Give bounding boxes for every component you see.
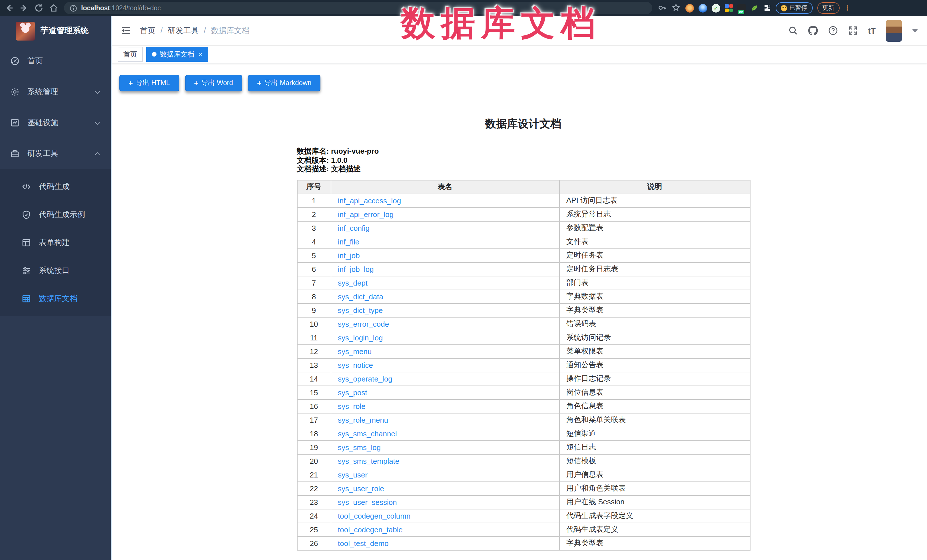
table-name-link[interactable]: sys_sms_channel: [338, 429, 397, 438]
monitor-icon: [10, 118, 20, 127]
chrome-update-button[interactable]: 更新: [817, 2, 839, 14]
forward-icon[interactable]: [20, 3, 29, 12]
export-html-button[interactable]: + 导出 HTML: [119, 75, 179, 91]
key-icon[interactable]: [658, 3, 667, 12]
row-number: 15: [297, 385, 331, 399]
sidebar-collapse-icon[interactable]: [121, 26, 131, 35]
table-name-link[interactable]: inf_api_access_log: [338, 196, 401, 205]
url-path: :1024/tool/db-doc: [110, 5, 161, 11]
table-name-link[interactable]: inf_config: [338, 224, 369, 232]
table-row: 22 sys_user_role 用户和角色关联表: [297, 481, 750, 495]
browser-menu-icon[interactable]: ⋮: [844, 5, 851, 11]
table-name-link[interactable]: sys_user: [338, 470, 368, 479]
extensions-puzzle-icon[interactable]: [763, 4, 771, 12]
url-text[interactable]: localhost:1024/tool/db-doc: [81, 5, 161, 11]
row-number: 16: [297, 399, 331, 413]
table-name-link[interactable]: sys_role_menu: [338, 416, 388, 424]
table-name-link[interactable]: sys_dept: [338, 278, 368, 287]
user-menu-caret-icon[interactable]: [912, 29, 918, 32]
extension-icon-on-switch[interactable]: on: [737, 4, 746, 12]
table-name-link[interactable]: sys_login_log: [338, 333, 383, 342]
table-name-link[interactable]: inf_file: [338, 237, 359, 246]
table-name-link[interactable]: sys_user_session: [338, 498, 397, 506]
tables-index-table: 序号 表名 说明 1 inf_api_access_log: [297, 180, 750, 550]
table-name-link[interactable]: sys_sms_template: [338, 457, 399, 465]
table-name-link[interactable]: sys_post: [338, 388, 367, 397]
sidebar-item-home[interactable]: 首页: [0, 46, 111, 76]
sidebar-item-db-doc[interactable]: 数据库文档: [0, 284, 111, 313]
table-name-link[interactable]: sys_menu: [338, 347, 372, 355]
col-header-no: 序号: [297, 180, 331, 194]
table-desc: 定时任务日志表: [559, 262, 750, 276]
reload-icon[interactable]: [34, 3, 43, 12]
tag-close-icon[interactable]: ×: [199, 51, 202, 58]
table-name-link[interactable]: sys_sms_log: [338, 443, 381, 451]
github-icon[interactable]: [808, 26, 818, 35]
sidebar-item-api[interactable]: 系统接口: [0, 256, 111, 284]
table-row: 9 sys_dict_type 字典类型表: [297, 303, 750, 317]
sidebar-item-form-builder[interactable]: 表单构建: [0, 228, 111, 256]
user-avatar[interactable]: [886, 20, 902, 41]
back-icon[interactable]: [5, 3, 14, 12]
search-icon[interactable]: [788, 26, 798, 35]
meta-label: 文档版本:: [297, 156, 329, 164]
extension-icon-check[interactable]: [712, 4, 720, 12]
meta-value: 文档描述: [331, 164, 361, 173]
export-markdown-button[interactable]: + 导出 Markdown: [248, 75, 321, 91]
table-row: 16 sys_role 角色信息表: [297, 399, 750, 413]
plus-icon: +: [194, 79, 198, 87]
sidebar-item-codegen-demo[interactable]: 代码生成示例: [0, 200, 111, 228]
table-desc: 短信模板: [559, 454, 750, 468]
fullscreen-icon[interactable]: [848, 26, 858, 35]
table-desc: 错误码表: [559, 317, 750, 331]
tag-label: 数据库文档: [160, 49, 194, 59]
row-number: 24: [297, 509, 331, 523]
table-name-link[interactable]: sys_user_role: [338, 484, 384, 493]
tag-db-doc[interactable]: 数据库文档 ×: [146, 47, 208, 62]
breadcrumb-current: 数据库文档: [211, 26, 249, 36]
breadcrumb-home[interactable]: 首页: [140, 26, 155, 36]
table-row: 26 tool_test_demo 字典类型表: [297, 536, 750, 550]
address-bar[interactable]: localhost:1024/tool/db-doc: [64, 2, 652, 14]
table-name-link[interactable]: tool_codegen_table: [338, 525, 403, 534]
font-size-icon[interactable]: tT: [868, 27, 875, 35]
sidebar-item-codegen[interactable]: 代码生成: [0, 173, 111, 200]
sidebar-item-infra[interactable]: 基础设施: [0, 107, 111, 138]
tag-home[interactable]: 首页: [118, 47, 143, 62]
home-icon[interactable]: [49, 3, 58, 12]
sidebar-item-devtools[interactable]: 研发工具: [0, 138, 111, 169]
table-name-link[interactable]: tool_test_demo: [338, 539, 389, 548]
export-word-button[interactable]: + 导出 Word: [185, 75, 242, 91]
table-name-link[interactable]: sys_dict_type: [338, 306, 383, 314]
doc-meta: 数据库名: ruoyi-vue-pro 文档版本: 1.0.0 文档描述:: [297, 147, 750, 173]
app-logo[interactable]: 芋道管理系统: [0, 16, 111, 46]
extension-icon-grid[interactable]: [725, 4, 733, 12]
bookmark-star-icon[interactable]: [672, 3, 681, 12]
breadcrumb-devtools[interactable]: 研发工具: [168, 26, 199, 36]
table-name-link[interactable]: sys_error_code: [338, 320, 389, 328]
site-info-icon[interactable]: [70, 4, 77, 12]
row-number: 9: [297, 303, 331, 317]
table-desc: 角色和菜单关联表: [559, 413, 750, 426]
row-number: 13: [297, 358, 331, 372]
table-desc: 代码生成表字段定义: [559, 509, 750, 523]
table-name-link[interactable]: tool_codegen_column: [338, 511, 410, 520]
table-name-link[interactable]: inf_job_log: [338, 265, 374, 273]
sidebar-item-system[interactable]: 系统管理: [0, 76, 111, 107]
table-name-link[interactable]: sys_dict_data: [338, 292, 383, 301]
row-number: 2: [297, 207, 331, 221]
profile-paused-badge[interactable]: 已暂停: [776, 2, 813, 14]
table-name-link[interactable]: inf_job: [338, 251, 360, 260]
extension-icon-leaf[interactable]: [751, 4, 758, 12]
logo-image: [16, 21, 35, 40]
row-number: 25: [297, 523, 331, 536]
extension-icon-orange[interactable]: [685, 4, 694, 12]
table-name-link[interactable]: sys_operate_log: [338, 374, 392, 383]
extension-icon-pin[interactable]: [699, 4, 707, 12]
help-icon[interactable]: [828, 26, 838, 35]
table-row: 6 inf_job_log 定时任务日志表: [297, 262, 750, 276]
table-name-link[interactable]: sys_role: [338, 402, 366, 410]
table-name-link[interactable]: inf_api_error_log: [338, 210, 394, 219]
sidebar-item-label: 研发工具: [27, 149, 87, 159]
table-name-link[interactable]: sys_notice: [338, 361, 373, 369]
